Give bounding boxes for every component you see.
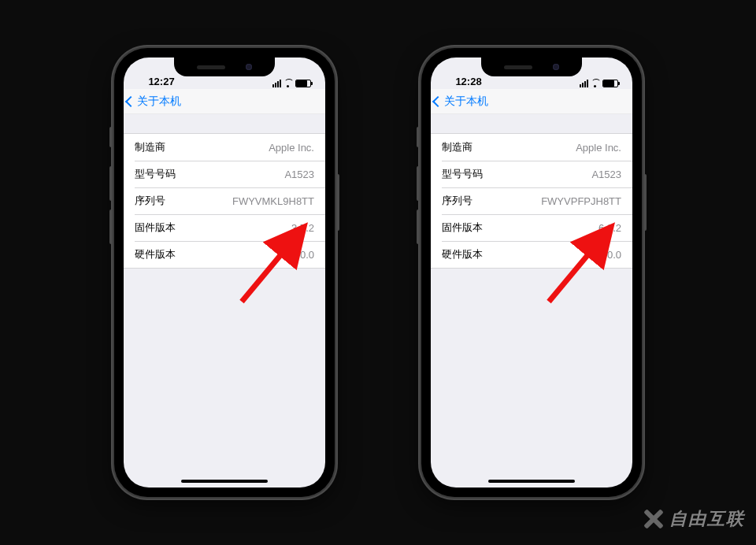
home-indicator[interactable]	[488, 480, 575, 483]
notch	[174, 57, 275, 76]
screen: 12:28 关于本机 制造商 Apple Inc.	[431, 57, 632, 488]
row-value: Apple Inc.	[269, 142, 314, 154]
row-label: 硬件版本	[442, 247, 483, 261]
row-value: A1523	[284, 169, 314, 180]
status-icons	[264, 80, 311, 87]
speaker-grill	[197, 65, 225, 69]
power-button	[336, 174, 339, 231]
nav-bar: 关于本机	[431, 89, 632, 114]
cellular-signal-icon	[272, 80, 281, 87]
chevron-left-icon	[125, 95, 136, 106]
watermark-text: 自由互联	[669, 507, 745, 531]
row-hardware-version[interactable]: 硬件版本 1.0.0	[124, 241, 325, 268]
row-value: Apple Inc.	[576, 142, 621, 154]
home-indicator[interactable]	[181, 480, 268, 483]
notch	[481, 57, 582, 76]
mute-switch	[417, 127, 420, 147]
status-time: 12:28	[445, 76, 492, 87]
stage: 12:27 关于本机 制造商 Apple Inc.	[0, 0, 756, 545]
chevron-left-icon	[432, 95, 443, 106]
nav-bar: 关于本机	[124, 89, 325, 114]
wifi-icon	[284, 80, 293, 87]
status-time: 12:27	[138, 76, 185, 87]
row-hardware-version[interactable]: 硬件版本 1.0.0	[431, 241, 632, 268]
speaker-grill	[504, 65, 532, 69]
screen: 12:27 关于本机 制造商 Apple Inc.	[124, 57, 325, 488]
row-serial-number[interactable]: 序列号 FWYVPFPJH8TT	[431, 187, 632, 214]
front-camera	[246, 64, 252, 70]
row-label: 固件版本	[442, 221, 483, 235]
watermark-x-icon	[643, 508, 665, 530]
row-manufacturer[interactable]: 制造商 Apple Inc.	[124, 134, 325, 161]
row-serial-number[interactable]: 序列号 FWYVMKL9H8TT	[124, 187, 325, 214]
row-label: 序列号	[442, 194, 472, 208]
back-button[interactable]: 关于本机	[127, 95, 181, 109]
row-manufacturer[interactable]: 制造商 Apple Inc.	[431, 134, 632, 161]
back-label: 关于本机	[444, 95, 488, 109]
back-label: 关于本机	[137, 95, 181, 109]
details-list: 制造商 Apple Inc. 型号号码 A1523 序列号 FWYVMKL9H8…	[124, 133, 325, 269]
details-list: 制造商 Apple Inc. 型号号码 A1523 序列号 FWYVPFPJH8…	[431, 133, 632, 269]
cellular-signal-icon	[580, 80, 588, 87]
row-value: FWYVMKL9H8TT	[232, 195, 314, 207]
row-firmware-version[interactable]: 固件版本 3.7.2	[124, 214, 325, 241]
row-value: A1523	[591, 169, 621, 180]
wifi-icon	[591, 80, 600, 87]
volume-down-button	[417, 209, 420, 244]
battery-icon	[295, 80, 311, 87]
row-label: 固件版本	[135, 221, 176, 235]
section-spacer	[124, 114, 325, 133]
volume-down-button	[109, 209, 113, 244]
mute-switch	[109, 127, 113, 147]
power-button	[643, 174, 647, 231]
row-value: 3.7.2	[291, 222, 314, 234]
battery-icon	[602, 80, 618, 87]
status-icons	[571, 80, 618, 87]
volume-up-button	[417, 166, 420, 201]
row-label: 型号号码	[135, 167, 176, 181]
watermark: 自由互联	[643, 507, 745, 531]
row-label: 硬件版本	[135, 247, 176, 261]
row-model-number[interactable]: 型号号码 A1523	[124, 161, 325, 187]
front-camera	[553, 64, 559, 70]
row-label: 制造商	[442, 140, 472, 154]
volume-up-button	[109, 166, 113, 201]
row-firmware-version[interactable]: 固件版本 6.3.2	[431, 214, 632, 241]
row-value: 6.3.2	[598, 222, 621, 234]
row-value: 1.0.0	[291, 249, 314, 261]
row-label: 型号号码	[442, 167, 483, 181]
back-button[interactable]: 关于本机	[434, 95, 488, 109]
row-label: 序列号	[135, 194, 165, 208]
row-model-number[interactable]: 型号号码 A1523	[431, 161, 632, 187]
row-label: 制造商	[135, 140, 165, 154]
section-spacer	[431, 114, 632, 133]
phone-right: 12:28 关于本机 制造商 Apple Inc.	[421, 48, 642, 497]
row-value: FWYVPFPJH8TT	[541, 195, 621, 207]
row-value: 1.0.0	[598, 249, 621, 261]
phone-left: 12:27 关于本机 制造商 Apple Inc.	[114, 48, 335, 497]
